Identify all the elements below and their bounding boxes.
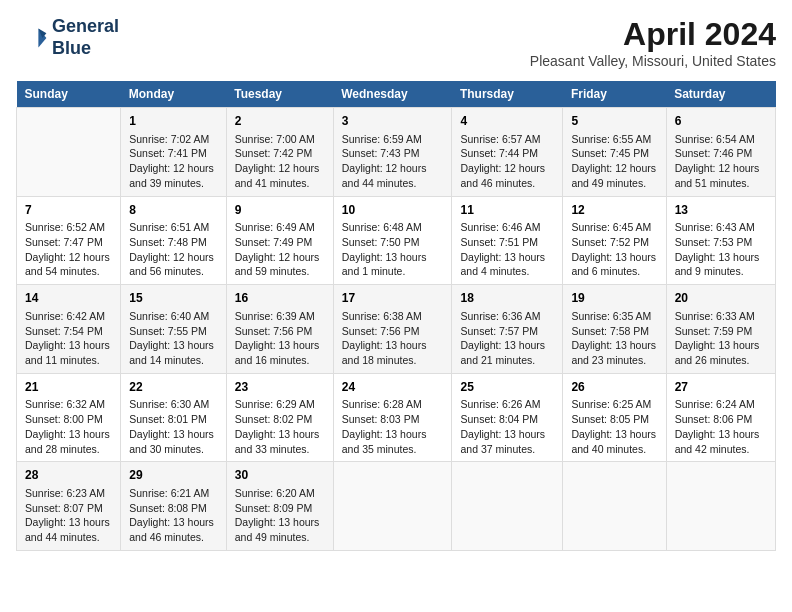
day-number: 1 bbox=[129, 113, 217, 130]
day-detail: Sunrise: 6:21 AMSunset: 8:08 PMDaylight:… bbox=[129, 486, 217, 545]
header-row: SundayMondayTuesdayWednesdayThursdayFrid… bbox=[17, 81, 776, 108]
day-cell: 5Sunrise: 6:55 AMSunset: 7:45 PMDaylight… bbox=[563, 108, 666, 197]
header-cell-wednesday: Wednesday bbox=[333, 81, 452, 108]
day-number: 6 bbox=[675, 113, 767, 130]
day-number: 17 bbox=[342, 290, 444, 307]
day-number: 23 bbox=[235, 379, 325, 396]
day-number: 19 bbox=[571, 290, 657, 307]
page-header: General Blue April 2024 Pleasant Valley,… bbox=[16, 16, 776, 69]
week-row-1: 1Sunrise: 7:02 AMSunset: 7:41 PMDaylight… bbox=[17, 108, 776, 197]
day-detail: Sunrise: 6:45 AMSunset: 7:52 PMDaylight:… bbox=[571, 220, 657, 279]
logo-text: General Blue bbox=[52, 16, 119, 59]
day-detail: Sunrise: 6:38 AMSunset: 7:56 PMDaylight:… bbox=[342, 309, 444, 368]
day-detail: Sunrise: 6:54 AMSunset: 7:46 PMDaylight:… bbox=[675, 132, 767, 191]
day-detail: Sunrise: 6:29 AMSunset: 8:02 PMDaylight:… bbox=[235, 397, 325, 456]
day-number: 3 bbox=[342, 113, 444, 130]
header-cell-friday: Friday bbox=[563, 81, 666, 108]
header-cell-thursday: Thursday bbox=[452, 81, 563, 108]
day-number: 16 bbox=[235, 290, 325, 307]
day-detail: Sunrise: 6:26 AMSunset: 8:04 PMDaylight:… bbox=[460, 397, 554, 456]
day-detail: Sunrise: 6:36 AMSunset: 7:57 PMDaylight:… bbox=[460, 309, 554, 368]
day-detail: Sunrise: 6:59 AMSunset: 7:43 PMDaylight:… bbox=[342, 132, 444, 191]
day-cell: 14Sunrise: 6:42 AMSunset: 7:54 PMDayligh… bbox=[17, 285, 121, 374]
day-cell: 21Sunrise: 6:32 AMSunset: 8:00 PMDayligh… bbox=[17, 373, 121, 462]
day-number: 13 bbox=[675, 202, 767, 219]
day-cell bbox=[452, 462, 563, 551]
week-row-2: 7Sunrise: 6:52 AMSunset: 7:47 PMDaylight… bbox=[17, 196, 776, 285]
day-detail: Sunrise: 6:33 AMSunset: 7:59 PMDaylight:… bbox=[675, 309, 767, 368]
day-detail: Sunrise: 6:24 AMSunset: 8:06 PMDaylight:… bbox=[675, 397, 767, 456]
day-cell: 9Sunrise: 6:49 AMSunset: 7:49 PMDaylight… bbox=[226, 196, 333, 285]
day-detail: Sunrise: 6:46 AMSunset: 7:51 PMDaylight:… bbox=[460, 220, 554, 279]
day-cell: 20Sunrise: 6:33 AMSunset: 7:59 PMDayligh… bbox=[666, 285, 775, 374]
day-detail: Sunrise: 6:55 AMSunset: 7:45 PMDaylight:… bbox=[571, 132, 657, 191]
day-detail: Sunrise: 6:52 AMSunset: 7:47 PMDaylight:… bbox=[25, 220, 112, 279]
day-number: 22 bbox=[129, 379, 217, 396]
day-cell: 29Sunrise: 6:21 AMSunset: 8:08 PMDayligh… bbox=[121, 462, 226, 551]
day-detail: Sunrise: 6:49 AMSunset: 7:49 PMDaylight:… bbox=[235, 220, 325, 279]
day-cell: 12Sunrise: 6:45 AMSunset: 7:52 PMDayligh… bbox=[563, 196, 666, 285]
day-number: 10 bbox=[342, 202, 444, 219]
day-number: 18 bbox=[460, 290, 554, 307]
day-cell: 2Sunrise: 7:00 AMSunset: 7:42 PMDaylight… bbox=[226, 108, 333, 197]
day-detail: Sunrise: 6:42 AMSunset: 7:54 PMDaylight:… bbox=[25, 309, 112, 368]
day-cell: 27Sunrise: 6:24 AMSunset: 8:06 PMDayligh… bbox=[666, 373, 775, 462]
day-cell: 8Sunrise: 6:51 AMSunset: 7:48 PMDaylight… bbox=[121, 196, 226, 285]
day-detail: Sunrise: 6:20 AMSunset: 8:09 PMDaylight:… bbox=[235, 486, 325, 545]
day-cell: 6Sunrise: 6:54 AMSunset: 7:46 PMDaylight… bbox=[666, 108, 775, 197]
day-detail: Sunrise: 7:02 AMSunset: 7:41 PMDaylight:… bbox=[129, 132, 217, 191]
day-cell: 25Sunrise: 6:26 AMSunset: 8:04 PMDayligh… bbox=[452, 373, 563, 462]
day-cell bbox=[666, 462, 775, 551]
day-cell: 16Sunrise: 6:39 AMSunset: 7:56 PMDayligh… bbox=[226, 285, 333, 374]
header-cell-tuesday: Tuesday bbox=[226, 81, 333, 108]
day-number: 29 bbox=[129, 467, 217, 484]
day-cell: 13Sunrise: 6:43 AMSunset: 7:53 PMDayligh… bbox=[666, 196, 775, 285]
day-cell: 10Sunrise: 6:48 AMSunset: 7:50 PMDayligh… bbox=[333, 196, 452, 285]
logo-icon bbox=[16, 22, 48, 54]
day-number: 14 bbox=[25, 290, 112, 307]
day-number: 28 bbox=[25, 467, 112, 484]
day-detail: Sunrise: 6:43 AMSunset: 7:53 PMDaylight:… bbox=[675, 220, 767, 279]
subtitle: Pleasant Valley, Missouri, United States bbox=[530, 53, 776, 69]
day-cell: 4Sunrise: 6:57 AMSunset: 7:44 PMDaylight… bbox=[452, 108, 563, 197]
day-cell: 1Sunrise: 7:02 AMSunset: 7:41 PMDaylight… bbox=[121, 108, 226, 197]
day-cell: 17Sunrise: 6:38 AMSunset: 7:56 PMDayligh… bbox=[333, 285, 452, 374]
week-row-4: 21Sunrise: 6:32 AMSunset: 8:00 PMDayligh… bbox=[17, 373, 776, 462]
day-cell: 28Sunrise: 6:23 AMSunset: 8:07 PMDayligh… bbox=[17, 462, 121, 551]
day-detail: Sunrise: 6:23 AMSunset: 8:07 PMDaylight:… bbox=[25, 486, 112, 545]
day-cell: 19Sunrise: 6:35 AMSunset: 7:58 PMDayligh… bbox=[563, 285, 666, 374]
day-cell bbox=[17, 108, 121, 197]
day-number: 25 bbox=[460, 379, 554, 396]
day-cell: 18Sunrise: 6:36 AMSunset: 7:57 PMDayligh… bbox=[452, 285, 563, 374]
day-detail: Sunrise: 6:40 AMSunset: 7:55 PMDaylight:… bbox=[129, 309, 217, 368]
title-block: April 2024 Pleasant Valley, Missouri, Un… bbox=[530, 16, 776, 69]
day-detail: Sunrise: 6:32 AMSunset: 8:00 PMDaylight:… bbox=[25, 397, 112, 456]
day-detail: Sunrise: 6:48 AMSunset: 7:50 PMDaylight:… bbox=[342, 220, 444, 279]
day-cell: 15Sunrise: 6:40 AMSunset: 7:55 PMDayligh… bbox=[121, 285, 226, 374]
day-cell: 30Sunrise: 6:20 AMSunset: 8:09 PMDayligh… bbox=[226, 462, 333, 551]
day-number: 7 bbox=[25, 202, 112, 219]
day-cell: 7Sunrise: 6:52 AMSunset: 7:47 PMDaylight… bbox=[17, 196, 121, 285]
day-number: 9 bbox=[235, 202, 325, 219]
day-number: 26 bbox=[571, 379, 657, 396]
day-cell: 22Sunrise: 6:30 AMSunset: 8:01 PMDayligh… bbox=[121, 373, 226, 462]
day-number: 27 bbox=[675, 379, 767, 396]
day-cell: 3Sunrise: 6:59 AMSunset: 7:43 PMDaylight… bbox=[333, 108, 452, 197]
day-number: 4 bbox=[460, 113, 554, 130]
day-cell bbox=[333, 462, 452, 551]
week-row-3: 14Sunrise: 6:42 AMSunset: 7:54 PMDayligh… bbox=[17, 285, 776, 374]
day-number: 21 bbox=[25, 379, 112, 396]
day-detail: Sunrise: 6:39 AMSunset: 7:56 PMDaylight:… bbox=[235, 309, 325, 368]
day-number: 8 bbox=[129, 202, 217, 219]
day-number: 5 bbox=[571, 113, 657, 130]
day-number: 2 bbox=[235, 113, 325, 130]
day-detail: Sunrise: 6:28 AMSunset: 8:03 PMDaylight:… bbox=[342, 397, 444, 456]
day-cell: 26Sunrise: 6:25 AMSunset: 8:05 PMDayligh… bbox=[563, 373, 666, 462]
day-cell: 11Sunrise: 6:46 AMSunset: 7:51 PMDayligh… bbox=[452, 196, 563, 285]
header-cell-monday: Monday bbox=[121, 81, 226, 108]
day-detail: Sunrise: 7:00 AMSunset: 7:42 PMDaylight:… bbox=[235, 132, 325, 191]
main-title: April 2024 bbox=[530, 16, 776, 53]
day-cell: 24Sunrise: 6:28 AMSunset: 8:03 PMDayligh… bbox=[333, 373, 452, 462]
day-number: 30 bbox=[235, 467, 325, 484]
day-detail: Sunrise: 6:51 AMSunset: 7:48 PMDaylight:… bbox=[129, 220, 217, 279]
